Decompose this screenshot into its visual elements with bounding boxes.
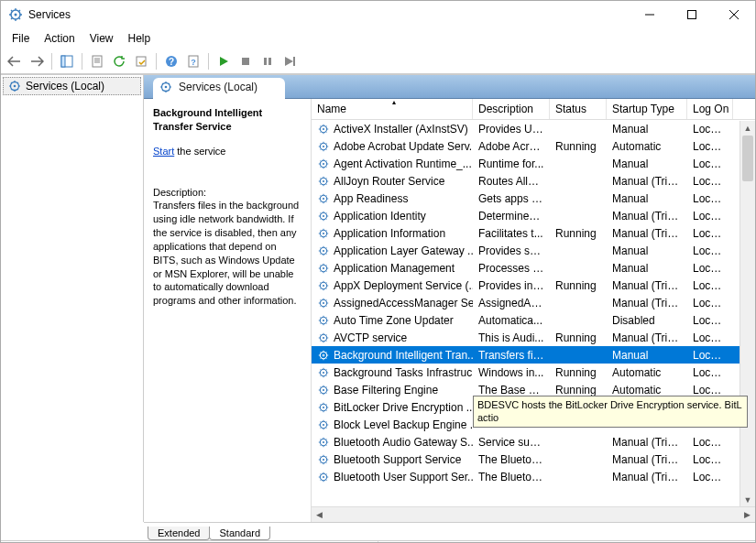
- gear-icon: [159, 80, 173, 94]
- col-description[interactable]: Description: [473, 99, 550, 119]
- gear-icon: [317, 123, 330, 136]
- service-name: Application Identity: [334, 210, 426, 223]
- back-button[interactable]: [5, 51, 25, 71]
- help-topics-button[interactable]: ?: [183, 51, 203, 71]
- service-startup: Manual: [607, 349, 687, 362]
- tree-root-services-local[interactable]: Services (Local): [3, 77, 141, 95]
- svg-point-40: [323, 301, 324, 303]
- menu-action[interactable]: Action: [37, 30, 82, 47]
- svg-point-60: [323, 475, 324, 477]
- maximize-button[interactable]: [671, 1, 713, 28]
- service-row[interactable]: Auto Time Zone UpdaterAutomatica...Disab…: [312, 311, 755, 329]
- service-row[interactable]: App ReadinessGets apps re...ManualLocal …: [312, 190, 755, 207]
- minimize-button[interactable]: [629, 1, 671, 28]
- service-row[interactable]: Bluetooth Support ServiceThe Bluetoo...M…: [312, 451, 755, 468]
- list-body[interactable]: ActiveX Installer (AxInstSV)Provides Us.…: [312, 120, 755, 506]
- gear-icon: [317, 349, 330, 362]
- service-name: Agent Activation Runtime_...: [334, 157, 472, 170]
- service-startup: Automatic: [607, 384, 687, 396]
- service-row[interactable]: ActiveX Installer (AxInstSV)Provides Us.…: [312, 120, 755, 137]
- service-name: AssignedAccessManager Se...: [334, 297, 473, 310]
- scroll-down-icon[interactable]: ▼: [740, 493, 755, 506]
- service-startup: Manual (Trig...: [607, 471, 687, 483]
- gear-icon: [317, 401, 330, 414]
- service-name: Application Layer Gateway ...: [334, 244, 473, 257]
- refresh-button[interactable]: [109, 51, 129, 71]
- service-logon: Local Se: [687, 244, 733, 257]
- gear-icon: [317, 453, 330, 466]
- pause-service-button[interactable]: [257, 51, 278, 71]
- scroll-thumb[interactable]: [742, 136, 753, 181]
- service-desc: Provides Us...: [473, 123, 550, 136]
- horizontal-scrollbar[interactable]: ◀ ▶: [312, 506, 755, 522]
- service-name: AppX Deployment Service (...: [334, 279, 473, 292]
- service-row[interactable]: Application IdentityDetermines ...Manual…: [312, 207, 755, 224]
- service-logon: Local Sy: [687, 279, 733, 292]
- service-row[interactable]: AllJoyn Router ServiceRoutes AllJo...Man…: [312, 172, 755, 190]
- tree-pane: Services (Local): [1, 75, 144, 522]
- service-row[interactable]: AVCTP serviceThis is Audi...RunningManua…: [312, 329, 755, 346]
- export-button[interactable]: [131, 51, 151, 71]
- service-row[interactable]: Bluetooth Audio Gateway S...Service sup.…: [312, 433, 755, 451]
- service-row[interactable]: Bluetooth User Support Ser...The Bluetoo…: [312, 468, 755, 485]
- service-row[interactable]: Application InformationFacilitates t...R…: [312, 224, 755, 242]
- stop-service-button[interactable]: [236, 51, 256, 71]
- col-name[interactable]: Name▴: [312, 99, 473, 119]
- service-row[interactable]: AppX Deployment Service (...Provides inf…: [312, 277, 755, 294]
- service-startup: Manual (Trig...: [607, 453, 687, 466]
- col-status[interactable]: Status: [550, 99, 607, 119]
- list-header: Name▴ Description Status Startup Type Lo…: [312, 99, 755, 120]
- service-startup: Manual: [607, 262, 687, 275]
- service-status: Running: [550, 384, 607, 396]
- gear-icon: [317, 279, 330, 292]
- service-row[interactable]: Application Layer Gateway ...Provides su…: [312, 242, 755, 259]
- service-row[interactable]: Background Tasks Infrastruc...Windows in…: [312, 364, 755, 381]
- service-row[interactable]: AssignedAccessManager Se...AssignedAc...…: [312, 294, 755, 311]
- toolbar: ? ?: [1, 49, 755, 74]
- svg-point-22: [323, 145, 324, 147]
- menu-file[interactable]: File: [5, 30, 37, 47]
- svg-rect-4: [61, 56, 65, 67]
- col-startup-type[interactable]: Startup Type: [607, 99, 687, 119]
- close-button[interactable]: [713, 1, 755, 28]
- col-logon[interactable]: Log On: [687, 99, 733, 119]
- service-row[interactable]: Adobe Acrobat Update Serv...Adobe Acro..…: [312, 137, 755, 155]
- service-startup: Manual (Trig...: [607, 175, 687, 188]
- start-link[interactable]: Start: [153, 146, 174, 157]
- svg-point-30: [323, 214, 324, 216]
- svg-rect-5: [93, 56, 102, 67]
- properties-button[interactable]: [87, 51, 107, 71]
- service-name: Base Filtering Engine: [334, 384, 438, 396]
- service-logon: Local Se: [687, 384, 733, 396]
- scroll-left-icon[interactable]: ◀: [312, 508, 326, 522]
- tab-extended[interactable]: Extended: [148, 527, 210, 540]
- help-button[interactable]: ?: [161, 51, 181, 71]
- svg-point-34: [323, 249, 324, 251]
- scroll-right-icon[interactable]: ▶: [740, 508, 754, 522]
- view-tabs: Extended Standard: [144, 522, 755, 540]
- service-desc: The Bluetoo...: [473, 453, 550, 466]
- service-desc: This is Audi...: [473, 331, 550, 344]
- service-name: Bluetooth Audio Gateway S...: [334, 436, 473, 449]
- service-status: Running: [550, 227, 607, 240]
- service-status: Running: [550, 331, 607, 344]
- svg-point-32: [323, 232, 324, 233]
- service-desc: AssignedAc...: [473, 297, 550, 310]
- service-row[interactable]: Agent Activation Runtime_...Runtime for.…: [312, 155, 755, 172]
- service-logon: Local Sy: [687, 366, 733, 379]
- service-name: Bluetooth Support Service: [334, 453, 461, 466]
- tab-standard[interactable]: Standard: [209, 527, 270, 540]
- service-name: Application Information: [334, 227, 445, 240]
- service-startup: Manual (Trig...: [607, 210, 687, 223]
- vertical-scrollbar[interactable]: ▲ ▼: [740, 121, 755, 506]
- restart-service-button[interactable]: [279, 51, 300, 71]
- service-row[interactable]: Application ManagementProcesses in...Man…: [312, 259, 755, 277]
- menu-view[interactable]: View: [82, 30, 121, 47]
- scroll-up-icon[interactable]: ▲: [740, 121, 755, 135]
- content-header-label: Services (Local): [179, 81, 257, 93]
- forward-button[interactable]: [27, 51, 47, 71]
- menu-help[interactable]: Help: [121, 30, 159, 47]
- show-hide-tree-button[interactable]: [57, 51, 77, 71]
- start-service-button[interactable]: [214, 51, 234, 71]
- service-row[interactable]: Background Intelligent Tran...Transfers …: [312, 346, 755, 364]
